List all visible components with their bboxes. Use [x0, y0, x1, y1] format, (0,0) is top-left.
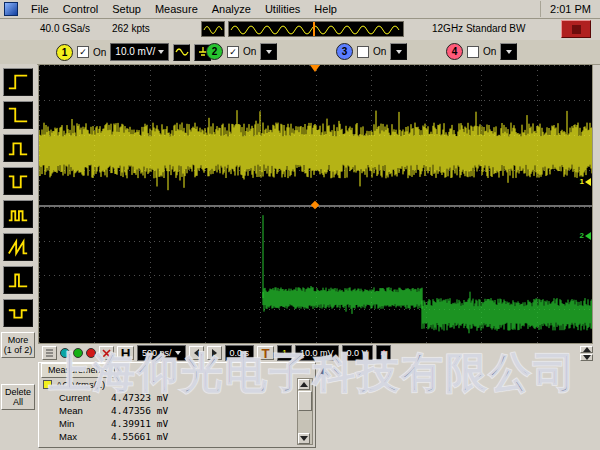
- channel-1-on-checkbox[interactable]: ✓: [77, 46, 89, 58]
- channel-2-on-checkbox[interactable]: ✓: [227, 46, 239, 58]
- trigger-level-readout[interactable]: 0.0 V: [342, 345, 373, 361]
- channel-4-on-label: On: [483, 46, 496, 57]
- spin-up-button[interactable]: [580, 346, 593, 353]
- menu-setup[interactable]: Setup: [105, 2, 148, 16]
- channel-2-settings-button[interactable]: [260, 43, 277, 60]
- spin-down-button[interactable]: [580, 354, 593, 361]
- sawtooth-icon: [5, 236, 31, 258]
- app-icon: [4, 2, 18, 16]
- grid-icon: [45, 349, 54, 358]
- left-sidebar: More (1 of 2) Delete All: [0, 64, 37, 450]
- memory-depth: 262 kpts: [112, 23, 150, 34]
- left-arrow-icon: [585, 232, 591, 240]
- channel-2-controls: 2 ✓ On: [206, 43, 277, 60]
- waveform-thumbnail: [201, 21, 225, 37]
- left-arrow-icon: [585, 178, 591, 186]
- menu-utilities[interactable]: Utilities: [258, 2, 307, 16]
- narrow-pulse-icon: [5, 269, 31, 291]
- clear-display-button[interactable]: [99, 346, 114, 360]
- horizontal-button[interactable]: H: [117, 346, 134, 360]
- sidebar-trigger-button-5[interactable]: [3, 200, 33, 228]
- up-arrow-icon: [583, 347, 591, 352]
- markers-button[interactable]: [42, 346, 57, 360]
- trigger-position-marker-icon[interactable]: [310, 65, 320, 72]
- stop-acquire-button[interactable]: [86, 348, 96, 358]
- bandwidth-label: 12GHz Standard BW: [432, 23, 525, 34]
- scroll-down-button[interactable]: [298, 433, 310, 444]
- channel-3-controls: 3 On: [336, 43, 407, 60]
- sidebar-trigger-button-2[interactable]: [3, 101, 33, 129]
- bottom-toolbar: H 500 ns/ 0.0 s T 1 10.0 mV 0.0 V 4: [38, 344, 597, 362]
- pulse-low-icon: [5, 170, 31, 192]
- measurement-row-min: Min 4.39911 mV: [43, 417, 297, 430]
- chevron-down-icon: [266, 50, 272, 54]
- run-stop-button[interactable]: [561, 20, 591, 38]
- sine-wave-icon: [229, 22, 403, 36]
- sidebar-trigger-button-6[interactable]: [3, 233, 33, 261]
- delete-all-button[interactable]: Delete All: [1, 384, 35, 410]
- menu-file[interactable]: File: [24, 2, 56, 16]
- down-arrow-icon: [300, 436, 308, 441]
- channel-2-on-label: On: [243, 46, 256, 57]
- ch4-indicator[interactable]: 4: [376, 345, 391, 361]
- measurements-tab[interactable]: Measurements: [41, 363, 115, 378]
- menu-control[interactable]: Control: [56, 2, 105, 16]
- delay-readout[interactable]: 0.0 s: [225, 345, 255, 361]
- menu-help[interactable]: Help: [307, 2, 344, 16]
- channel-3-settings-button[interactable]: [390, 43, 407, 60]
- sidebar-trigger-button-8[interactable]: [3, 299, 33, 327]
- clock: 2:01 PM: [540, 1, 600, 17]
- channel-1-controls: 1 ✓ On 10.0 mV/: [56, 43, 211, 61]
- channel-1-badge[interactable]: 1: [56, 44, 73, 61]
- menu-analyze[interactable]: Analyze: [205, 2, 258, 16]
- ch1-scale-readout[interactable]: 10.0 mV: [295, 345, 339, 361]
- up-arrow-icon: [300, 382, 308, 387]
- sidebar-trigger-button-7[interactable]: [3, 266, 33, 294]
- window-pulse-icon: [5, 302, 31, 324]
- right-arrow-icon: [212, 349, 217, 357]
- timebase-dropdown[interactable]: 500 ns/: [137, 345, 186, 361]
- channel-1-coupling-button[interactable]: [173, 44, 190, 61]
- rise-edge-icon: [5, 71, 31, 93]
- chevron-down-icon: [158, 50, 164, 54]
- scroll-up-button[interactable]: [298, 379, 310, 390]
- fall-edge-icon: [5, 104, 31, 126]
- left-arrow-icon: [194, 349, 199, 357]
- pan-right-button[interactable]: [207, 346, 222, 360]
- clear-x-icon: [102, 349, 111, 358]
- channel-3-badge[interactable]: 3: [336, 43, 353, 60]
- pan-left-button[interactable]: [189, 346, 204, 360]
- down-arrow-icon: [583, 355, 591, 360]
- channel-4-on-checkbox[interactable]: [467, 46, 479, 58]
- scope-panel-top[interactable]: [39, 65, 592, 205]
- menu-measure[interactable]: Measure: [148, 2, 205, 16]
- pulse-high-icon: [5, 137, 31, 159]
- measurement-name: AC Vrms(1): [56, 379, 105, 390]
- more-button[interactable]: More (1 of 2): [1, 332, 35, 358]
- channel-4-settings-button[interactable]: [500, 43, 517, 60]
- marker-a-button[interactable]: [60, 348, 70, 358]
- measurements-scrollbar[interactable]: [297, 378, 313, 445]
- channel-4-badge[interactable]: 4: [446, 43, 463, 60]
- channel-3-on-checkbox[interactable]: [357, 46, 369, 58]
- ch1-color-swatch: [43, 380, 52, 389]
- trigger-button[interactable]: T: [257, 346, 274, 360]
- channel-controls-row: 1 ✓ On 10.0 mV/ 2 ✓ On: [0, 40, 600, 65]
- pattern-icon: [5, 203, 31, 225]
- channel-3-on-label: On: [373, 46, 386, 57]
- measurements-body: AC Vrms(1) Current 4.47323 mV Mean 4.473…: [43, 378, 297, 445]
- scope-display[interactable]: 1 2: [38, 64, 593, 344]
- channel-2-badge[interactable]: 2: [206, 43, 223, 60]
- sidebar-trigger-button-3[interactable]: [3, 134, 33, 162]
- sidebar-trigger-button-4[interactable]: [3, 167, 33, 195]
- level-spinner: [580, 346, 593, 361]
- scrollbar-thumb[interactable]: [298, 391, 312, 411]
- marker-b-button[interactable]: [73, 348, 83, 358]
- sample-rate: 40.0 GSa/s: [40, 23, 90, 34]
- ch1-ground-marker[interactable]: 1: [580, 177, 591, 186]
- ch1-indicator[interactable]: 1: [277, 345, 292, 361]
- sidebar-trigger-button-1[interactable]: [3, 68, 33, 96]
- channel-1-scale-dropdown[interactable]: 10.0 mV/: [110, 43, 169, 61]
- scope-panel-bottom[interactable]: [39, 207, 592, 343]
- ch2-ground-marker[interactable]: 2: [580, 231, 591, 240]
